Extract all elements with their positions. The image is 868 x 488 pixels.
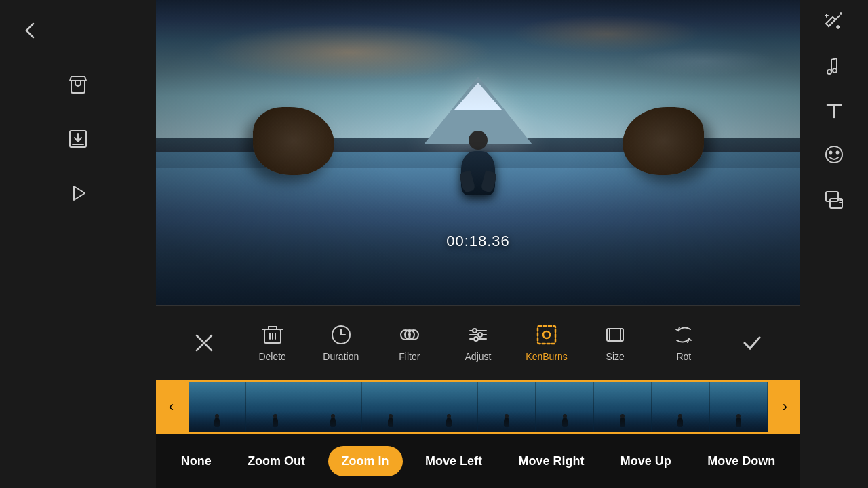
- toolbar-filter-label: Filter: [399, 351, 420, 362]
- confirm-button[interactable]: [725, 331, 779, 354]
- timeline-left-arrow[interactable]: ‹: [156, 380, 186, 434]
- svg-point-24: [478, 333, 482, 337]
- svg-point-47: [837, 152, 839, 154]
- timeline-strip: ‹ ›: [156, 380, 800, 434]
- left-sidebar: [0, 0, 156, 488]
- svg-point-27: [543, 331, 550, 338]
- effect-move-down[interactable]: Move Down: [694, 446, 789, 476]
- text-icon[interactable]: [825, 101, 844, 120]
- svg-line-40: [831, 58, 837, 60]
- back-button[interactable]: [14, 14, 47, 47]
- frame-2: [246, 382, 304, 432]
- toolbar-duration-label: Duration: [323, 351, 359, 362]
- effect-zoom-in[interactable]: Zoom In: [328, 446, 403, 476]
- svg-rect-48: [826, 192, 838, 201]
- music-icon[interactable]: [823, 56, 845, 77]
- effects-bar: None Zoom Out Zoom In Move Left Move Rig…: [156, 434, 800, 488]
- svg-marker-3: [74, 186, 85, 200]
- toolbar-filter[interactable]: Filter: [382, 324, 437, 362]
- frame-5: [420, 382, 478, 432]
- toolbar-size[interactable]: Size: [588, 324, 642, 362]
- overlay-icon[interactable]: [823, 189, 845, 211]
- main-content: 00:18.36 Delete: [156, 0, 800, 488]
- svg-point-41: [827, 70, 831, 74]
- frame-1: [189, 382, 246, 432]
- toolbar-delete-label: Delete: [258, 351, 285, 362]
- play-icon[interactable]: [61, 176, 95, 210]
- frame-10: [710, 382, 768, 432]
- svg-point-45: [826, 146, 842, 163]
- svg-rect-26: [538, 326, 555, 344]
- toolbar-rot-label: Rot: [676, 351, 691, 362]
- toolbar-delete[interactable]: Delete: [245, 324, 300, 362]
- timeline-right-arrow[interactable]: ›: [770, 380, 800, 434]
- frame-7: [536, 382, 593, 432]
- frame-3: [304, 382, 362, 432]
- effect-zoom-out[interactable]: Zoom Out: [234, 446, 319, 476]
- effect-none[interactable]: None: [167, 446, 225, 476]
- effect-move-left[interactable]: Move Left: [412, 446, 496, 476]
- frame-8: [594, 382, 652, 432]
- toolbar-duration[interactable]: Duration: [314, 324, 368, 362]
- toolbar-size-label: Size: [606, 351, 625, 362]
- svg-point-25: [474, 337, 478, 341]
- toolbar-kenburns[interactable]: KenBurns: [519, 324, 574, 362]
- toolbar-adjust[interactable]: Adjust: [451, 324, 505, 362]
- emoji-icon[interactable]: [823, 144, 845, 165]
- timeline-frames[interactable]: [186, 380, 770, 434]
- frame-6: [478, 382, 536, 432]
- frame-4: [362, 382, 420, 432]
- svg-point-46: [830, 152, 832, 154]
- store-icon[interactable]: [61, 68, 95, 102]
- download-icon[interactable]: [61, 122, 95, 156]
- effect-move-up[interactable]: Move Up: [607, 446, 685, 476]
- toolbar: Delete Duration Filter: [156, 305, 800, 380]
- toolbar-rot[interactable]: Rot: [656, 324, 711, 362]
- right-sidebar: [800, 0, 868, 488]
- frame-9: [652, 382, 709, 432]
- toolbar-kenburns-label: KenBurns: [526, 351, 567, 362]
- magic-wand-icon[interactable]: [823, 10, 845, 32]
- close-button[interactable]: [177, 331, 231, 354]
- video-timestamp: 00:18.36: [446, 232, 510, 250]
- svg-point-23: [473, 329, 477, 333]
- toolbar-adjust-label: Adjust: [465, 351, 492, 362]
- effect-move-right[interactable]: Move Right: [505, 446, 597, 476]
- video-preview: 00:18.36: [156, 0, 800, 305]
- svg-point-42: [833, 68, 837, 73]
